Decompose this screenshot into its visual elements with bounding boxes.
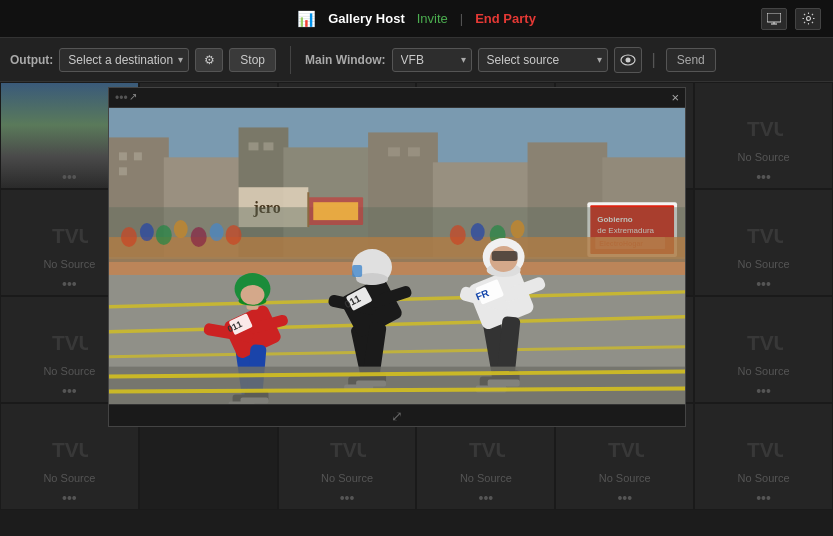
svg-point-56	[174, 220, 188, 238]
ctrl-pipe: |	[652, 51, 656, 69]
source-select-wrapper: Select source	[478, 48, 608, 72]
svg-text:TVU: TVU	[746, 330, 782, 353]
modal-video-area: jero Gobierno de Extremadura ElectroHoga…	[109, 108, 685, 404]
cell-21-dots[interactable]: •••	[340, 491, 355, 505]
chart-icon: 📊	[297, 10, 316, 28]
svg-text:TVU: TVU	[608, 437, 644, 460]
svg-rect-0	[767, 13, 781, 22]
tvu-logo-24: TVU	[745, 430, 783, 468]
grid-cell-12[interactable]: TVU No Source •••	[694, 189, 833, 296]
svg-rect-65	[313, 202, 358, 220]
cell-6-dots[interactable]: •••	[756, 170, 771, 184]
eye-button[interactable]	[614, 47, 642, 73]
tvu-logo-19: TVU	[50, 430, 88, 468]
tvu-logo-7: TVU	[50, 216, 88, 254]
cell-7-dots[interactable]: •••	[62, 277, 77, 291]
svg-point-53	[121, 227, 137, 247]
end-party-label[interactable]: End Party	[475, 11, 536, 26]
svg-point-57	[191, 227, 207, 247]
svg-rect-35	[119, 152, 127, 160]
output-section: Output: Select a destination ⚙ Stop	[10, 48, 276, 72]
svg-rect-97	[352, 265, 362, 277]
svg-point-59	[226, 225, 242, 245]
invite-link[interactable]: Invite	[417, 11, 448, 26]
gallery-host-label: Gallery Host	[328, 11, 405, 26]
grid-cell-18[interactable]: TVU No Source •••	[694, 296, 833, 403]
svg-text:TVU: TVU	[469, 437, 505, 460]
svg-rect-41	[408, 147, 420, 156]
no-source-6: No Source	[738, 151, 790, 163]
cell-24-dots[interactable]: •••	[756, 491, 771, 505]
grid-area: ••• TVU No Source ••• TVU No Source ••• …	[0, 82, 833, 536]
monitor-icon	[767, 13, 781, 25]
skaters-video: jero Gobierno de Extremadura ElectroHoga…	[109, 108, 685, 404]
no-source-12: No Source	[738, 258, 790, 270]
stop-button[interactable]: Stop	[229, 48, 276, 72]
topbar-center: 📊 Gallery Host Invite | End Party	[297, 10, 536, 28]
svg-point-61	[471, 223, 485, 241]
no-source-13: No Source	[43, 365, 95, 377]
svg-rect-40	[388, 147, 400, 156]
svg-rect-36	[134, 152, 142, 160]
svg-point-58	[210, 223, 224, 241]
svg-point-55	[156, 225, 172, 245]
svg-rect-112	[492, 251, 518, 261]
gear-button[interactable]: ⚙	[195, 48, 223, 72]
svg-text:TVU: TVU	[746, 223, 782, 246]
tvu-logo-6: TVU	[745, 109, 783, 147]
monitor-icon-btn[interactable]	[761, 8, 787, 30]
svg-point-3	[806, 17, 810, 21]
pipe-divider: |	[460, 11, 463, 26]
svg-rect-39	[263, 142, 273, 150]
destination-select[interactable]: Select a destination	[59, 48, 189, 72]
modal-menu-dots[interactable]: •••	[115, 91, 128, 105]
cell-1-dots[interactable]: •••	[62, 170, 77, 184]
vfb-select-wrapper: VFB	[392, 48, 472, 72]
tvu-logo-18: TVU	[745, 323, 783, 361]
topbar-right	[761, 8, 821, 30]
expand-icon[interactable]: ⤢	[391, 408, 403, 424]
tvu-logo-13: TVU	[50, 323, 88, 361]
tvu-logo-21: TVU	[328, 430, 366, 468]
video-modal: ••• ↗ ×	[108, 87, 686, 427]
topbar: 📊 Gallery Host Invite | End Party	[0, 0, 833, 38]
no-source-22: No Source	[460, 472, 512, 484]
svg-point-60	[450, 225, 466, 245]
svg-text:TVU: TVU	[746, 437, 782, 460]
settings-icon-btn[interactable]	[795, 8, 821, 30]
source-select[interactable]: Select source	[478, 48, 608, 72]
no-source-23: No Source	[599, 472, 651, 484]
modal-header: ••• ↗ ×	[109, 88, 685, 108]
svg-point-83	[241, 285, 265, 305]
modal-footer: ⤢	[109, 404, 685, 426]
svg-rect-37	[119, 167, 127, 175]
controls-divider	[290, 46, 291, 74]
cell-19-dots[interactable]: •••	[62, 491, 77, 505]
cell-18-dots[interactable]: •••	[756, 384, 771, 398]
main-window-section: Main Window: VFB Select source | Send	[305, 47, 716, 73]
vfb-select[interactable]: VFB	[392, 48, 472, 72]
svg-point-5	[625, 57, 630, 62]
svg-text:TVU: TVU	[52, 330, 88, 353]
output-label: Output:	[10, 53, 53, 67]
modal-close-button[interactable]: ×	[669, 91, 681, 104]
no-source-7: No Source	[43, 258, 95, 270]
send-button[interactable]: Send	[666, 48, 716, 72]
no-source-18: No Source	[738, 365, 790, 377]
main-window-label: Main Window:	[305, 53, 386, 67]
destination-select-wrapper: Select a destination	[59, 48, 189, 72]
svg-point-63	[511, 220, 525, 238]
svg-rect-38	[249, 142, 259, 150]
grid-cell-24[interactable]: TVU No Source •••	[694, 403, 833, 510]
no-source-24: No Source	[738, 472, 790, 484]
cell-12-dots[interactable]: •••	[756, 277, 771, 291]
tvu-logo-23: TVU	[606, 430, 644, 468]
cell-23-dots[interactable]: •••	[617, 491, 632, 505]
svg-text:TVU: TVU	[52, 223, 88, 246]
svg-text:TVU: TVU	[330, 437, 366, 460]
svg-point-54	[140, 223, 154, 241]
eye-icon	[620, 54, 636, 66]
cell-22-dots[interactable]: •••	[479, 491, 494, 505]
grid-cell-6[interactable]: TVU No Source •••	[694, 82, 833, 189]
cell-13-dots[interactable]: •••	[62, 384, 77, 398]
